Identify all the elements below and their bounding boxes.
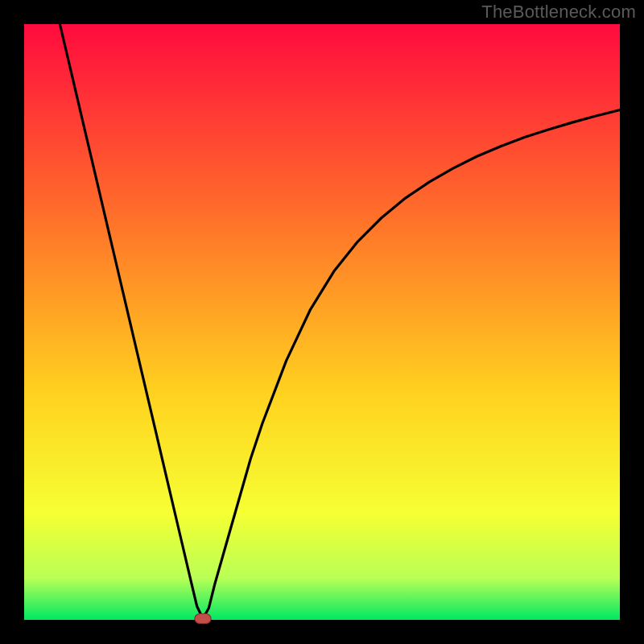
plot-background (24, 24, 620, 620)
watermark-text: TheBottleneck.com (481, 2, 636, 23)
chart-frame: TheBottleneck.com (0, 0, 644, 644)
bottleneck-chart (0, 0, 644, 644)
minimum-marker (195, 614, 211, 624)
